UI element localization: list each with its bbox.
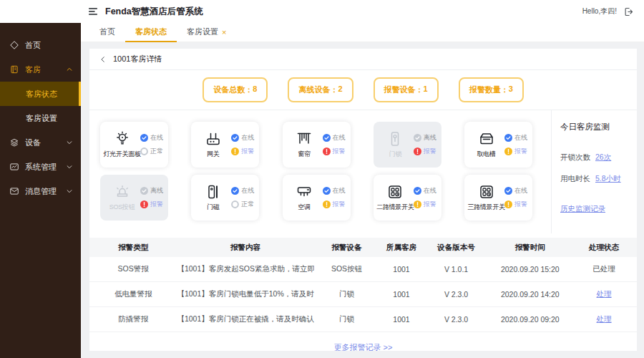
door-lock-icon <box>386 130 404 147</box>
chevron-icon <box>66 139 73 146</box>
status-label: 报警 <box>150 200 163 209</box>
device-card[interactable]: 门磁 在线 正常 <box>191 175 259 221</box>
cell-status[interactable]: 处理 <box>571 314 637 324</box>
page-title: 1001客房详情 <box>113 54 162 64</box>
status-label: 报警 <box>424 147 436 156</box>
device-card[interactable]: 三路情景开关 在线 报警 <box>464 175 532 221</box>
tab-close-icon[interactable]: × <box>222 28 226 37</box>
tab[interactable]: 首页 <box>89 23 125 42</box>
tab[interactable]: 客房设置 × <box>177 23 236 42</box>
logout-icon[interactable] <box>623 6 634 17</box>
sidebar-subitem[interactable]: 客房设置 <box>0 106 81 130</box>
device-status: 离线 <box>140 186 163 195</box>
sos-button-icon <box>114 183 131 200</box>
device-name: 灯光开关面板 <box>103 150 140 159</box>
tab-label: 客房状态 <box>135 26 167 37</box>
device-card[interactable]: 门锁 离线 报警 <box>374 122 441 168</box>
status-alarm-icon <box>140 200 148 208</box>
cell-time: 2020.09.20 09:20 <box>489 315 571 324</box>
device-name: 取电槽 <box>477 150 495 159</box>
status-online-icon <box>231 187 239 195</box>
status-label: 在线 <box>333 133 346 142</box>
status-label: 报警 <box>333 147 346 156</box>
metric-value-link[interactable]: 5.8小时 <box>595 174 621 184</box>
sidebar-item-label: 首页 <box>25 40 41 51</box>
cell-room: 1001 <box>379 290 423 299</box>
home-icon <box>9 40 19 50</box>
sidebar-item-5[interactable]: 消息管理 <box>0 179 81 203</box>
stat-label: 报警数量： <box>469 84 509 95</box>
tabs-bar: 首页 客房状态 客房设置 × <box>81 23 644 42</box>
sidebar-item-1[interactable]: 首页 <box>0 33 81 57</box>
door-sensor-icon <box>205 183 222 200</box>
device-status: 在线 <box>231 133 254 142</box>
sidebar-item-4[interactable]: 系统管理 <box>0 155 81 179</box>
device-status: 在线 <box>414 186 436 195</box>
sidebar-item-label: 消息管理 <box>25 186 57 197</box>
device-card[interactable]: 窗帘 在线 报警 <box>283 122 351 168</box>
status-label: 报警 <box>333 200 346 209</box>
stat-value: 3 <box>509 84 513 95</box>
monitor-metric: 开锁次数 26次 <box>560 153 628 163</box>
stat-label: 设备总数： <box>213 84 253 95</box>
device-card[interactable]: 空调 在线 报警 <box>283 175 351 221</box>
column-header: 报警时间 <box>489 243 571 253</box>
light-panel-icon <box>114 130 131 147</box>
device-card[interactable]: 取电槽 在线 报警 <box>464 122 532 168</box>
sidebar-item-2[interactable]: 客房 <box>0 57 81 82</box>
hamburger-menu-icon[interactable] <box>87 6 99 17</box>
status-label: 报警 <box>514 200 527 209</box>
content-card: 1001客房详情 设备总数： 8 离线设备： 2 报警设备： 1 报警数量： 3… <box>89 49 637 351</box>
device-icon <box>9 137 19 147</box>
device-card[interactable]: SOS按钮 离线 报警 <box>100 175 168 221</box>
device-status: 在线 <box>323 133 346 142</box>
cell-content: 【1001】客房门锁正在被撬，请及时确认安全！ <box>177 314 313 324</box>
status-online-icon <box>323 187 331 195</box>
status-online-icon <box>140 134 148 142</box>
sidebar-item-label: 设备 <box>25 137 41 148</box>
status-offline-icon <box>414 134 421 142</box>
device-status: 在线 <box>140 133 163 142</box>
cell-version: V 1.0.1 <box>424 265 489 274</box>
stats-row: 设备总数： 8 离线设备： 2 报警设备： 1 报警数量： 3 <box>89 70 637 110</box>
device-status: 在线 <box>323 186 346 195</box>
device-card[interactable]: 二路情景开关 在线 报警 <box>374 175 441 221</box>
monitor-panel: 今日客房监测 开锁次数 26次 用电时长 5.8小时 历史监测记录 <box>551 110 637 233</box>
more-alarms-link[interactable]: 更多报警记录 >> <box>334 343 393 351</box>
cell-device: 门锁 <box>314 314 380 324</box>
cell-status[interactable]: 处理 <box>571 289 637 299</box>
status-label: 报警 <box>241 147 254 156</box>
sidebar-subitem[interactable]: 客房状态 <box>0 82 81 106</box>
device-status: 报警 <box>140 200 163 209</box>
tab[interactable]: 客房状态 <box>125 23 177 42</box>
device-status: 离线 <box>414 133 436 142</box>
history-records-link[interactable]: 历史监测记录 <box>560 204 605 214</box>
status-warn-icon <box>504 147 512 155</box>
device-name: 网关 <box>207 150 219 159</box>
status-label: 正常 <box>150 147 163 156</box>
device-status: 正常 <box>140 147 163 156</box>
scene-switch-icon <box>478 183 495 200</box>
status-label: 在线 <box>424 186 436 195</box>
device-status: 在线 <box>504 186 527 195</box>
monitor-title: 今日客房监测 <box>560 122 628 132</box>
status-label: 报警 <box>514 147 527 156</box>
sidebar-subitem-label: 客房设置 <box>26 113 57 124</box>
chevron-left-icon[interactable] <box>99 56 107 63</box>
stat-badge: 报警设备： 1 <box>374 77 439 102</box>
status-label: 离线 <box>424 133 436 142</box>
status-label: 离线 <box>150 186 163 195</box>
power-slot-icon <box>478 130 495 147</box>
sidebar-item-label: 系统管理 <box>25 162 57 173</box>
device-card[interactable]: 灯光开关面板 在线 正常 <box>100 122 168 168</box>
device-card[interactable]: 网关 在线 报警 <box>191 122 259 168</box>
metric-value-link[interactable]: 26次 <box>595 153 611 163</box>
status-label: 在线 <box>514 186 527 195</box>
cell-time: 2020.09.20 15:20 <box>489 265 571 274</box>
device-status: 正常 <box>231 200 254 209</box>
sidebar-item-3[interactable]: 设备 <box>0 130 81 155</box>
breadcrumb: 1001客房详情 <box>89 49 637 70</box>
sidebar-item-label: 客房 <box>25 64 41 75</box>
status-label: 在线 <box>333 186 346 195</box>
cell-device: 门锁 <box>314 289 380 299</box>
